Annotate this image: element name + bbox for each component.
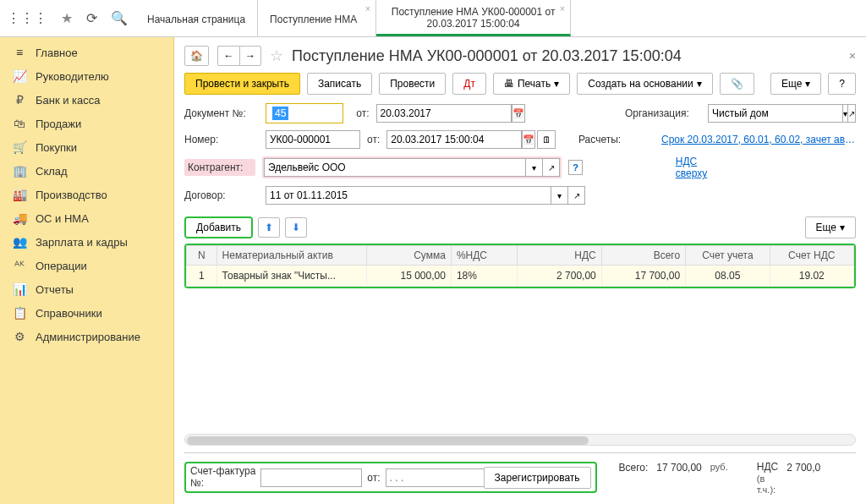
open-icon[interactable]: ↗	[568, 186, 585, 205]
cell-vat: 2 700,00	[518, 266, 601, 287]
people-icon: 👥	[12, 235, 27, 249]
add-row-button[interactable]: Добавить	[186, 218, 251, 237]
tab-label: Поступление НМА УК00-000001 от	[388, 6, 558, 18]
dropdown-icon[interactable]: ▾	[526, 158, 543, 177]
dropdown-icon[interactable]: ▾	[551, 186, 568, 205]
number-input[interactable]	[266, 130, 360, 149]
contract-label: Договор:	[184, 189, 259, 201]
vat-label: НДС	[757, 461, 778, 473]
calc-link[interactable]: Срок 20.03.2017, 60.01, 60.02, зачет ава…	[661, 134, 856, 145]
history-icon[interactable]: ⟳	[86, 10, 97, 26]
cart-icon: 🛒	[12, 140, 27, 154]
apps-icon[interactable]: ⋮⋮⋮	[7, 10, 47, 26]
create-based-button[interactable]: Создать на основании ▾	[577, 73, 713, 95]
star-icon[interactable]: ★	[61, 10, 73, 26]
cell-total: 17 700,00	[601, 266, 685, 287]
sidebar-item-assets[interactable]: 🚚ОС и НМА	[0, 206, 173, 230]
print-button[interactable]: 🖶 Печать ▾	[493, 73, 570, 95]
move-down-button[interactable]: ⬇	[285, 217, 307, 238]
invoice-label2: №:	[190, 477, 204, 489]
col-account[interactable]: Счет учета	[686, 246, 770, 266]
cell-account: 08.05	[686, 266, 770, 287]
table-row[interactable]: 1 Товарный знак "Чисты... 15 000,00 18% …	[187, 266, 854, 287]
open-icon[interactable]: ↗	[848, 104, 856, 123]
cell-sum: 15 000,00	[367, 266, 451, 287]
open-icon[interactable]: ↗	[543, 158, 560, 177]
sidebar-item-label: Склад	[36, 165, 68, 178]
more-button[interactable]: Еще ▾	[770, 73, 821, 95]
write-button[interactable]: Записать	[307, 73, 372, 95]
close-icon[interactable]: ×	[365, 3, 370, 14]
col-vat[interactable]: НДС	[518, 246, 601, 266]
close-icon[interactable]: ×	[849, 49, 856, 63]
sidebar-item-main[interactable]: ≡Главное	[0, 41, 173, 64]
sidebar-item-sales[interactable]: 🛍Продажи	[0, 112, 173, 135]
sidebar-item-label: Главное	[36, 47, 78, 59]
ruble-icon: ₽	[12, 93, 27, 107]
sidebar-item-bank[interactable]: ₽Банк и касса	[0, 88, 173, 112]
forward-button[interactable]: →	[239, 46, 261, 66]
help-button[interactable]: ?	[828, 73, 856, 95]
sidebar-item-reports[interactable]: 📊Отчеты	[0, 277, 173, 301]
sidebar-item-warehouse[interactable]: 🏢Склад	[0, 159, 173, 183]
favorite-icon[interactable]: ☆	[270, 47, 283, 65]
invoice-number-input[interactable]	[260, 468, 362, 487]
grid-table: N Нематериальный актив Сумма %НДС НДС Вс…	[186, 245, 854, 287]
col-vataccount[interactable]: Счет НДС	[770, 246, 853, 266]
total-label: Всего:	[619, 462, 649, 474]
counterparty-select[interactable]	[264, 158, 526, 177]
doc-no-label: Документ №:	[184, 107, 259, 119]
sidebar-item-operations[interactable]: ᴬᴷОперации	[0, 254, 173, 277]
calendar-icon[interactable]: 📅	[512, 104, 525, 123]
tab-label: Начальная страница	[147, 14, 245, 25]
gear-icon: ⚙	[12, 330, 27, 343]
contract-select[interactable]	[266, 186, 551, 205]
tab-nma-list[interactable]: Поступление НМА ×	[258, 0, 376, 36]
col-sum[interactable]: Сумма	[367, 246, 451, 266]
tab-home[interactable]: Начальная страница	[135, 0, 258, 36]
cal2-icon[interactable]: 🗓	[537, 130, 556, 149]
doc-date-input[interactable]	[376, 104, 512, 123]
sidebar-item-purchases[interactable]: 🛒Покупки	[0, 135, 173, 159]
from-label: от:	[356, 107, 369, 119]
sidebar-item-production[interactable]: 🏭Производство	[0, 183, 173, 206]
col-vatpct[interactable]: %НДС	[451, 246, 517, 266]
search-icon[interactable]: 🔍	[111, 10, 128, 26]
attach-button[interactable]: 📎	[720, 73, 754, 95]
vat-link[interactable]: НДС сверху	[676, 156, 729, 179]
sidebar-item-refs[interactable]: 📋Справочники	[0, 301, 173, 325]
dtkt-button[interactable]: Дт	[452, 73, 486, 95]
sidebar-item-label: Отчеты	[36, 283, 74, 296]
col-asset[interactable]: Нематериальный актив	[216, 246, 367, 266]
sidebar-item-manager[interactable]: 📈Руководителю	[0, 64, 173, 88]
post-close-button[interactable]: Провести и закрыть	[184, 73, 300, 95]
calendar-icon[interactable]: 📅	[522, 130, 535, 149]
close-icon[interactable]: ×	[560, 3, 565, 14]
register-button[interactable]: Зарегистрировать	[484, 467, 591, 489]
horizontal-scrollbar[interactable]	[184, 434, 856, 446]
sidebar-item-label: Руководителю	[36, 70, 109, 83]
move-up-button[interactable]: ⬆	[258, 217, 280, 238]
org-select[interactable]	[708, 104, 843, 123]
from-label: от:	[367, 134, 380, 145]
sidebar-item-label: Продажи	[36, 118, 81, 130]
grid-more-button[interactable]: Еще ▾	[805, 216, 856, 238]
tab-label2: 20.03.2017 15:00:04	[388, 18, 558, 30]
help-icon[interactable]: ?	[568, 160, 583, 175]
post-button[interactable]: Провести	[379, 73, 446, 95]
number-date-input[interactable]	[386, 130, 522, 149]
col-total[interactable]: Всего	[601, 246, 685, 266]
bars-icon: 📊	[12, 282, 27, 296]
invoice-label: Счет-фактура	[190, 465, 255, 477]
sidebar-item-salary[interactable]: 👥Зарплата и кадры	[0, 230, 173, 254]
tab-nma-doc[interactable]: Поступление НМА УК00-000001 от 20.03.201…	[376, 0, 571, 36]
tabs: Начальная страница Поступление НМА × Пос…	[135, 0, 866, 36]
ops-icon: ᴬᴷ	[12, 259, 27, 272]
sidebar: ≡Главное 📈Руководителю ₽Банк и касса 🛍Пр…	[0, 37, 174, 504]
home-button[interactable]: 🏠	[184, 46, 209, 66]
col-n[interactable]: N	[187, 246, 217, 266]
cell-n: 1	[187, 266, 217, 287]
footer: Счет-фактура №: от: 📅 Зарегистрировать В…	[184, 452, 856, 496]
back-button[interactable]: ←	[217, 46, 239, 66]
sidebar-item-admin[interactable]: ⚙Администрирование	[0, 325, 173, 348]
